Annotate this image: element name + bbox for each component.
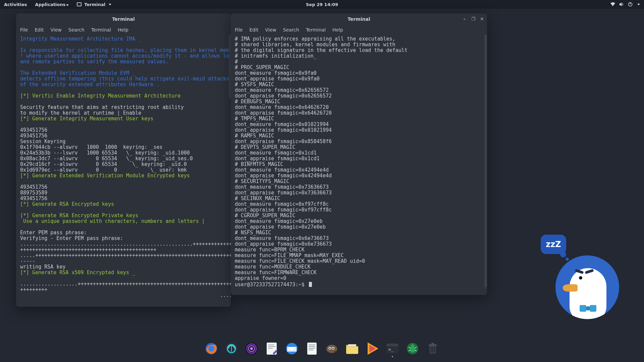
term-line: dont_measure fsmagic=0x01021994 <box>235 121 329 127</box>
chevron-down-icon[interactable] <box>637 4 640 5</box>
maximize-button[interactable]: ❐ <box>471 17 476 21</box>
scrollbar-thumb[interactable] <box>484 35 487 287</box>
chevron-down-icon <box>66 4 69 6</box>
dock-thunderbird[interactable] <box>285 342 299 355</box>
menu-file[interactable]: File <box>20 27 28 33</box>
dock-gimp[interactable] <box>325 342 339 355</box>
activities-button[interactable]: Activities <box>4 2 27 7</box>
applications-label: Applications <box>35 2 66 7</box>
term-line: 889753589 <box>20 190 47 196</box>
term-line: The Extended Verification Module EVM _ <box>20 70 135 76</box>
svg-point-3 <box>208 346 214 352</box>
term-line: # BINFMTFS_MAGIC <box>235 161 283 167</box>
chevron-down-icon <box>109 4 111 5</box>
dock-tor-browser[interactable] <box>245 342 258 355</box>
menu-terminal[interactable]: Terminal <box>91 27 111 33</box>
window-titlebar[interactable]: Terminal <box>16 13 231 25</box>
minimize-button[interactable]: – <box>462 17 467 21</box>
svg-point-24 <box>332 348 334 349</box>
term-line: ...................+++++++++++++++++++++… <box>20 281 231 287</box>
term-line: # SYSFS_MAGIC <box>235 81 274 87</box>
term-line: [*] Verific Enable Integrity Measurement… <box>20 93 181 99</box>
svg-rect-42 <box>431 343 434 345</box>
term-line: dont_appraise fsmagic=0x62656572 <box>235 93 332 99</box>
menu-view[interactable]: View <box>265 27 276 33</box>
dock-firefox[interactable] <box>205 342 218 355</box>
dock-trash[interactable] <box>426 342 439 355</box>
svg-rect-13 <box>268 348 273 349</box>
applications-menu[interactable]: Applications <box>35 2 69 7</box>
term-line: # CGROUP_SUPER_MAGIC <box>235 213 296 219</box>
term-line: dont_measure fsmagic=0x9fa0 <box>235 70 317 76</box>
duck-circle-icon <box>555 255 619 319</box>
menu-help[interactable]: Help <box>118 27 128 33</box>
clock[interactable]: Sep 29 14:09 <box>306 2 338 7</box>
menu-edit[interactable]: Edit <box>249 27 258 33</box>
term-line: # RAMFS_MAGIC <box>235 133 274 139</box>
term-line: Session Keyring <box>20 138 65 144</box>
duck-beak-icon <box>563 284 578 292</box>
term-line: [*] Generate RSA Encrypted keys <box>20 201 114 207</box>
terminal-output[interactable]: Integrity Measurement Architecture IMA _… <box>16 35 231 307</box>
terminal-app-icon <box>77 2 82 6</box>
svg-rect-12 <box>268 346 275 347</box>
close-button[interactable]: ✕ <box>480 17 484 21</box>
dock-documents[interactable] <box>305 342 319 355</box>
term-line: .....+++++++++++++++++++++++++++++++++++… <box>20 252 231 258</box>
term-line: Use a unique password with characters, n… <box>20 218 205 224</box>
term-line: # PROC_SUPER_MAGIC <box>235 64 289 70</box>
window-title: Terminal <box>112 16 135 22</box>
dock-tor-connect[interactable] <box>225 342 238 355</box>
term-line: Security feature that aims at restrictin… <box>20 104 184 110</box>
term-line: Verifying - Enter PEM pass phrase: <box>20 235 123 241</box>
duck-pupil-icon <box>579 276 582 280</box>
snooze-text: zzZ <box>546 240 561 249</box>
volume-icon[interactable] <box>619 2 624 7</box>
term-line: # IMA policy enforces appraising all the… <box>235 36 395 42</box>
terminal-window-left[interactable]: Terminal File Edit View Search Terminal … <box>16 13 231 307</box>
term-line: Is responsible for collecting file hashe… <box>20 47 231 53</box>
term-line: # NSFS_MAGIC <box>235 230 271 236</box>
term-line: dont_appraise fsmagic=0x64626720 <box>235 110 332 116</box>
term-line: measure func=FILE_MMAP mask=MAY_EXEC <box>235 252 344 258</box>
menu-bar: File Edit View Search Terminal Help <box>231 25 487 35</box>
dock-files[interactable] <box>345 342 359 355</box>
term-line: dont_measure fsmagic=0x42494e4d <box>235 167 329 173</box>
power-icon[interactable] <box>628 2 633 7</box>
term-line: dont_measure fsmagic=0xf97cff8c <box>235 201 329 207</box>
menu-file[interactable]: File <box>235 27 243 33</box>
term-line: Enter PEM pass phrase: <box>20 230 87 236</box>
terminal-output[interactable]: # IMA policy enforces appraising all the… <box>231 35 487 295</box>
term-line: 493451756 <box>20 184 47 190</box>
menu-search[interactable]: Search <box>283 27 299 33</box>
term-line: [*] Generate RSA Encrypted Private keys <box>20 213 138 219</box>
svg-rect-31 <box>386 344 398 346</box>
term-line: dont_measure fsmagic=0x64626720 <box>235 104 329 110</box>
shell-prompt: user@372337527174473:~$ <box>235 282 308 288</box>
menu-terminal[interactable]: Terminal <box>306 27 326 33</box>
window-titlebar[interactable]: Terminal – ❐ ✕ <box>231 13 487 25</box>
network-icon[interactable] <box>610 2 615 7</box>
menu-edit[interactable]: Edit <box>35 27 44 33</box>
term-line: # DEVPTS_SUPER_MAGIC <box>235 144 296 150</box>
dock-bug-report[interactable] <box>406 342 419 355</box>
dock-media[interactable] <box>366 342 379 355</box>
menu-search[interactable]: Search <box>68 27 85 33</box>
bubble-tail-icon <box>560 251 566 257</box>
dock-text-editor[interactable] <box>265 342 278 355</box>
menu-help[interactable]: Help <box>332 27 343 33</box>
bubble-tail-icon <box>566 257 569 261</box>
term-line: # the digital signature in the effective… <box>235 47 408 53</box>
svg-rect-26 <box>348 344 356 346</box>
svg-point-23 <box>329 348 330 349</box>
dock-terminal[interactable]: >_ <box>386 342 399 355</box>
term-line: dont_appraise fsmagic=0xf97cff8c <box>235 207 332 213</box>
current-app-menu[interactable]: Terminal <box>77 2 111 7</box>
term-line: # <box>235 59 238 65</box>
window-title: Terminal <box>347 16 370 22</box>
term-line: dont_appraise fsmagic=0x73636673 <box>235 190 332 196</box>
scrollbar[interactable] <box>484 35 487 292</box>
terminal-window-right[interactable]: Terminal – ❐ ✕ File Edit View Search Ter… <box>231 13 487 295</box>
menu-view[interactable]: View <box>51 27 62 33</box>
term-line: Integrity Measurement Architecture IMA _ <box>20 36 141 42</box>
